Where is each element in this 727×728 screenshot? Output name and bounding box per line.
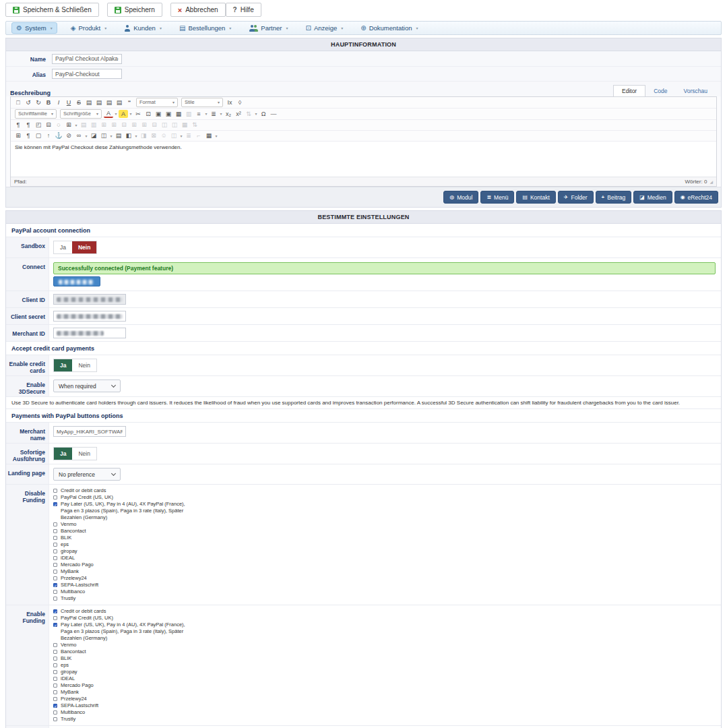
- checkbox[interactable]: [53, 556, 57, 560]
- sandbox-ja-button[interactable]: Ja: [54, 241, 72, 253]
- visual-grid-icon[interactable]: ⊞: [13, 131, 23, 140]
- enable-3dsecure-select[interactable]: When required: [53, 380, 121, 392]
- search-icon[interactable]: ◌: [54, 121, 63, 129]
- blockquote-icon[interactable]: “: [125, 98, 134, 107]
- select-all-icon[interactable]: ▢: [34, 131, 43, 140]
- case-change-icon[interactable]: ⇅: [244, 110, 253, 119]
- checkbox[interactable]: [53, 623, 57, 627]
- checkbox[interactable]: [53, 543, 57, 547]
- table-row-properties-icon[interactable]: ▤: [79, 121, 88, 129]
- new-document-icon[interactable]: □: [13, 98, 23, 107]
- menu-item-bestellungen[interactable]: Bestellungen: [175, 23, 235, 33]
- table-cell-properties-icon[interactable]: ▥: [89, 121, 98, 129]
- page-icon[interactable]: ▤: [114, 131, 123, 140]
- checkbox[interactable]: [53, 570, 57, 574]
- funding-option[interactable]: Bancontact: [53, 648, 188, 655]
- iframe-icon[interactable]: ⊠: [149, 131, 158, 140]
- menu-item-kunden[interactable]: Kunden: [120, 23, 166, 33]
- show-blocks-icon[interactable]: ¶: [24, 131, 33, 140]
- editor-insert-button[interactable]: Menü: [480, 191, 514, 204]
- font-size-select[interactable]: Schriftgröße: [60, 109, 102, 119]
- funding-option[interactable]: Credit or debit cards: [53, 608, 188, 615]
- link-icon[interactable]: ∞: [74, 131, 84, 140]
- align-center-icon[interactable]: ▤: [94, 98, 104, 107]
- funding-option[interactable]: Przelewy24: [53, 696, 188, 702]
- checkbox[interactable]: [53, 489, 57, 493]
- editor-insert-button[interactable]: Modul: [443, 191, 478, 204]
- checkbox[interactable]: [53, 657, 57, 661]
- table-icon[interactable]: ⊞: [64, 121, 73, 129]
- clear-formatting-icon[interactable]: Ix: [225, 98, 234, 107]
- funding-option[interactable]: PayPal Credit (US, UK): [53, 494, 188, 501]
- table-delete-row-icon[interactable]: ⊟: [119, 121, 129, 129]
- funding-option[interactable]: Venmo: [53, 642, 188, 648]
- cut-icon[interactable]: ✂: [133, 110, 143, 119]
- align-justify-icon[interactable]: ▤: [115, 98, 124, 107]
- paste-icon[interactable]: ▣: [154, 110, 163, 119]
- sandbox-nein-button[interactable]: Nein: [72, 241, 96, 253]
- funding-option[interactable]: eps: [53, 662, 188, 669]
- superscript-icon[interactable]: x²: [234, 110, 243, 119]
- strikethrough-icon[interactable]: S: [74, 98, 84, 107]
- anchor-icon[interactable]: ⚓: [54, 131, 63, 140]
- editor-content[interactable]: Sie können mit PayPal Checkout diese Zah…: [11, 142, 716, 177]
- numbered-list-icon[interactable]: ≣: [209, 110, 218, 119]
- checkbox[interactable]: [53, 597, 57, 601]
- caret-down-icon[interactable]: ▾: [74, 121, 78, 129]
- undo-icon[interactable]: ↺: [24, 98, 33, 107]
- editor-insert-button[interactable]: Medien: [633, 191, 672, 204]
- funding-option[interactable]: iDEAL: [53, 675, 188, 682]
- align-right-icon[interactable]: ▤: [104, 98, 114, 107]
- landing-page-select[interactable]: No preference: [53, 468, 121, 481]
- funding-option[interactable]: Multibanco: [53, 588, 188, 595]
- funding-option[interactable]: Credit or debit cards: [53, 487, 188, 494]
- paragraph-ltr-icon[interactable]: ¶: [13, 121, 23, 129]
- caret-down-icon[interactable]: ▾: [129, 110, 133, 119]
- text-color-icon[interactable]: A: [104, 110, 113, 118]
- caret-down-icon[interactable]: ▾: [114, 110, 118, 119]
- special-character-icon[interactable]: Ω: [259, 110, 268, 119]
- font-family-select[interactable]: Schriftfamilie: [15, 109, 57, 119]
- funding-option[interactable]: Bancontact: [53, 528, 188, 535]
- print-icon[interactable]: ⊟: [44, 121, 53, 129]
- bullet-list-icon[interactable]: ≡: [194, 110, 203, 119]
- caret-down-icon[interactable]: ▾: [254, 110, 258, 119]
- layout-icon[interactable]: ◧: [124, 131, 133, 140]
- save-button[interactable]: Speichern: [107, 3, 162, 17]
- eraser-icon[interactable]: ◊: [235, 98, 245, 107]
- menu-item-system[interactable]: System: [11, 22, 57, 34]
- paragraph-rtl-icon[interactable]: ¶: [24, 121, 33, 129]
- funding-option[interactable]: iDEAL: [53, 555, 188, 562]
- checkbox[interactable]: [53, 495, 57, 499]
- funding-option[interactable]: giropay: [53, 548, 188, 555]
- caret-down-icon[interactable]: ▾: [84, 131, 88, 140]
- underline-icon[interactable]: U: [64, 98, 73, 107]
- client-id-input[interactable]: [53, 294, 126, 305]
- funding-option[interactable]: MyBank: [53, 689, 188, 696]
- sofort-ja-button[interactable]: Ja: [54, 448, 72, 460]
- resize-grip-icon[interactable]: ◢: [709, 179, 713, 184]
- caret-down-icon[interactable]: ▾: [219, 110, 223, 119]
- checkbox[interactable]: [53, 609, 57, 613]
- checkbox[interactable]: [53, 522, 57, 526]
- toc-icon[interactable]: ≣: [184, 131, 193, 140]
- table-merge-cells-icon[interactable]: ◫: [170, 121, 179, 129]
- outdent-icon[interactable]: ▥: [184, 110, 193, 119]
- checkbox[interactable]: [53, 650, 57, 654]
- checkbox[interactable]: [53, 536, 57, 540]
- funding-option[interactable]: Venmo: [53, 521, 188, 528]
- sort-icon[interactable]: ⇅: [190, 121, 199, 129]
- menu-item-anzeige[interactable]: Anzeige: [302, 23, 348, 33]
- caret-down-icon[interactable]: ▾: [214, 131, 218, 140]
- highlight-color-icon[interactable]: A: [119, 110, 128, 118]
- save-close-button[interactable]: Speichern & Schließen: [5, 3, 99, 17]
- help-button[interactable]: Hilfe: [226, 3, 261, 17]
- copy-icon[interactable]: ⊡: [144, 110, 153, 119]
- align-left-icon[interactable]: ▤: [84, 98, 94, 107]
- checkbox[interactable]: [53, 616, 57, 620]
- checkbox[interactable]: [53, 697, 57, 701]
- checkbox[interactable]: [53, 663, 57, 667]
- checkbox[interactable]: [53, 529, 57, 533]
- client-secret-input[interactable]: [53, 311, 126, 322]
- table-insert-row-below-icon[interactable]: ⊞: [109, 121, 119, 129]
